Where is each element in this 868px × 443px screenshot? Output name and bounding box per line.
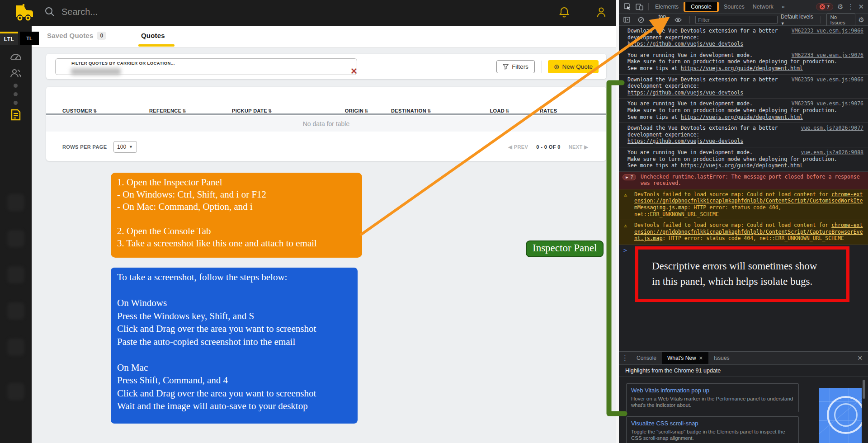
devtools-close-icon[interactable]: ✕: [858, 3, 864, 11]
more-tabs-icon[interactable]: »: [778, 1, 789, 12]
filters-button[interactable]: Filters: [496, 60, 535, 73]
console-link[interactable]: https://github.com/vuejs/vue-devtools: [627, 138, 743, 144]
devtools-menu-icon[interactable]: ⋮: [847, 3, 854, 11]
column-header-reference[interactable]: REFERENCE⇅: [149, 108, 232, 113]
console-link[interactable]: https://github.com/vuejs/vue-devtools: [627, 90, 743, 96]
clear-console-icon[interactable]: [637, 15, 646, 24]
column-header-load[interactable]: LOAD⇅: [488, 108, 509, 113]
live-expression-eye-icon[interactable]: [674, 15, 683, 24]
filter-input-label: FILTER QUOTES BY CARRIER OR LOCATION...: [69, 61, 177, 66]
console-source-link[interactable]: VM62359 vue.esm.js:9066: [792, 76, 863, 83]
company-truck-logo[interactable]: [13, 4, 36, 23]
close-tab-icon[interactable]: ✕: [699, 355, 703, 361]
new-quote-button[interactable]: ⊕ New Quote: [548, 60, 599, 73]
console-settings-gear-icon[interactable]: ⚙: [859, 16, 864, 24]
column-header-origin[interactable]: ORIGIN⇅: [318, 108, 368, 113]
sidebar-ghost-icon: [7, 266, 24, 283]
sidebar-dot-2: [14, 92, 18, 96]
devtools-tab-elements[interactable]: Elements: [651, 1, 683, 12]
devtools-tab-bar: Elements Console Sources Network » ✕7 ⚙ …: [619, 0, 868, 14]
search-input[interactable]: Search...: [61, 7, 98, 17]
quotes-document-icon-active[interactable]: [9, 108, 22, 121]
page-range-label: 0 - 0 OF 0: [536, 144, 561, 150]
sidebar-ghost-icon: [7, 383, 24, 400]
console-message-warning: ⚠ DevTools failed to load source map: Co…: [619, 220, 868, 245]
button-divider: [542, 61, 542, 73]
issues-status-button[interactable]: No Issues: [826, 14, 855, 26]
rows-per-page-select[interactable]: 100▼: [113, 141, 137, 153]
drawer-scrollbar-thumb[interactable]: [863, 380, 865, 399]
console-source-link[interactable]: VM62359 vue.esm.js:9076: [792, 100, 863, 107]
drawer-menu-icon[interactable]: ⋮: [622, 354, 628, 362]
sort-icon: ⇅: [182, 108, 186, 113]
whats-new-card-title[interactable]: Visualize CSS scroll-snap: [631, 420, 794, 427]
console-link[interactable]: https://vuejs.org/guide/deployment.html: [681, 65, 803, 71]
search-icon: [44, 6, 55, 17]
error-count-badge[interactable]: ✕7: [816, 3, 833, 10]
sort-icon: ⇅: [93, 108, 97, 113]
console-filter-input[interactable]: Filter: [695, 16, 777, 24]
sidebar-tab-tl[interactable]: TL: [20, 32, 39, 45]
console-message-warning: ⚠ DevTools failed to load source map: Co…: [619, 189, 868, 220]
annotation-inspector-panel-label: Inspector Panel: [526, 240, 604, 257]
console-source-link[interactable]: vue.esm.js?a026:9088: [801, 149, 863, 156]
devtools-tab-sources[interactable]: Sources: [720, 1, 749, 12]
scrollbar-track[interactable]: [616, 0, 619, 443]
tab-saved-quotes[interactable]: Saved Quotes0: [47, 32, 106, 40]
sidebar-ghost-icon: [7, 230, 24, 247]
console-message-log: VM62359 vue.esm.js:9076 You are running …: [619, 99, 868, 123]
console-source-link[interactable]: vue.esm.js?a026:9077: [801, 125, 863, 132]
whats-new-card[interactable]: Visualize CSS scroll-snap Toggle the "sc…: [626, 416, 799, 443]
devtools-settings-gear-icon[interactable]: ⚙: [837, 3, 843, 11]
error-repeat-badge[interactable]: ▶ 7: [623, 174, 636, 180]
drawer-tab-console[interactable]: Console: [631, 352, 662, 364]
log-levels-selector[interactable]: Default levels ▼: [781, 14, 815, 26]
drawer-tab-bar: ⋮ Console What's New✕ Issues ✕: [619, 352, 868, 365]
console-message-log: VM62359 vue.esm.js:9066 Download the Vue…: [619, 75, 868, 99]
notifications-bell-icon[interactable]: [559, 6, 570, 18]
console-link[interactable]: https://vuejs.org/guide/deployment.html: [681, 114, 803, 120]
console-source-link[interactable]: VM62233 vue.esm.js:9076: [792, 52, 863, 59]
app-topbar: Search...: [0, 0, 616, 26]
drawer-close-icon[interactable]: ✕: [857, 354, 863, 362]
prev-page-button[interactable]: ◀ PREV: [508, 144, 528, 150]
next-arrow-icon: ▶: [583, 144, 588, 150]
whats-new-card[interactable]: Web Vitals information pop up Hover on a…: [626, 383, 799, 412]
divider: [648, 3, 649, 10]
filter-input[interactable]: FILTER QUOTES BY CARRIER OR LOCATION... …: [55, 58, 357, 75]
column-header-customer[interactable]: CUSTOMER⇅: [62, 108, 149, 113]
devtools-tab-network[interactable]: Network: [749, 1, 778, 12]
saved-quotes-count-badge: 0: [97, 32, 106, 40]
console-link[interactable]: https://github.com/vuejs/vue-devtools: [627, 41, 743, 47]
sort-icon: ⇅: [364, 108, 368, 113]
dashboard-gauge-icon[interactable]: [9, 51, 22, 63]
user-account-icon[interactable]: [596, 6, 607, 18]
column-header-rates[interactable]: RATES: [509, 108, 590, 113]
sidebar-dot-3: [14, 101, 18, 105]
customers-people-icon[interactable]: [9, 67, 22, 80]
column-header-destination[interactable]: DESTINATION⇅: [368, 108, 488, 113]
whats-new-headline: Highlights from the Chrome 91 update: [619, 365, 868, 377]
context-selector[interactable]: top ▼: [659, 14, 670, 26]
drawer-tab-issues[interactable]: Issues: [708, 352, 735, 364]
device-toolbar-icon[interactable]: [634, 2, 644, 11]
inspect-element-icon[interactable]: [623, 2, 632, 11]
next-page-button[interactable]: NEXT ▶: [569, 144, 588, 150]
chevron-down-icon: ▼: [781, 21, 785, 26]
sidebar-ghost-icon: [7, 339, 24, 356]
quotes-tab-band: Saved Quotes0 Quotes: [32, 26, 616, 47]
clear-filter-icon[interactable]: ✕: [350, 66, 358, 76]
console-message-error: ▶ 7 Unchecked runtime.lastError: The mes…: [619, 172, 868, 189]
whats-new-card-title[interactable]: Web Vitals information pop up: [631, 387, 794, 394]
drawer-tab-whats-new[interactable]: What's New✕: [662, 352, 708, 364]
tab-quotes[interactable]: Quotes: [141, 32, 165, 39]
console-link[interactable]: https://vuejs.org/guide/deployment.html: [681, 162, 803, 169]
console-source-link[interactable]: VM62233 vue.esm.js:9066: [792, 28, 863, 34]
column-header-pickup-date[interactable]: PICKUP DATE⇅: [232, 108, 318, 113]
devtools-tab-console[interactable]: Console: [685, 2, 717, 11]
chevron-down-icon: ▼: [659, 21, 663, 26]
console-sidebar-toggle-icon[interactable]: [623, 15, 632, 24]
console-toolbar: top ▼ Filter Default levels ▼ No Issues …: [619, 14, 868, 26]
sidebar-tab-ltl[interactable]: LTL: [0, 32, 18, 45]
devtools-panel: Elements Console Sources Network » ✕7 ⚙ …: [619, 0, 868, 443]
